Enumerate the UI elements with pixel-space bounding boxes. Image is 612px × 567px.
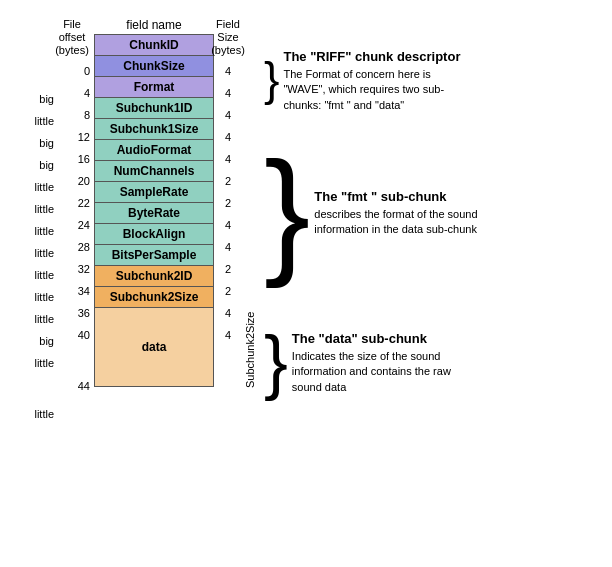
endian-label: little [34, 176, 54, 198]
brace-symbol: } [264, 310, 288, 412]
description-group: }The "data" sub-chunkIndicates the size … [264, 310, 504, 412]
endian-label: little [34, 198, 54, 220]
endian-label: little [34, 264, 54, 286]
size-label: 4 [214, 214, 242, 236]
field-box: BitsPerSample [94, 244, 214, 266]
endian-label: little [34, 374, 54, 454]
offset-label: 24 [78, 214, 90, 236]
field-box: NumChannels [94, 160, 214, 182]
size-header: Field Size(bytes) [211, 18, 245, 58]
size-label: 4 [214, 126, 242, 148]
offset-label: 8 [84, 104, 90, 126]
offset-label: 12 [78, 126, 90, 148]
field-box: Subchunk2ID [94, 265, 214, 287]
description-body: The Format of concern here is "WAVE", wh… [283, 67, 473, 113]
size-label: 4 [214, 302, 242, 324]
endian-label: big [39, 154, 54, 176]
field-header: field name [126, 18, 181, 32]
description-title: The "RIFF" chunk descriptor [283, 49, 473, 64]
field-box: BlockAlign [94, 223, 214, 245]
offset-label: 36 [78, 302, 90, 324]
size-label: 2 [214, 192, 242, 214]
field-box: Format [94, 76, 214, 98]
endian-label: little [34, 110, 54, 132]
description-text-block: The "RIFF" chunk descriptorThe Format of… [283, 45, 473, 113]
description-body: describes the format of the sound inform… [314, 207, 504, 238]
field-box: Subchunk2Size [94, 286, 214, 308]
endian-label: big [39, 132, 54, 154]
subchunk2size-area: Subchunk2Size [242, 18, 256, 412]
field-box: ChunkSize [94, 55, 214, 77]
field-box: ByteRate [94, 202, 214, 224]
size-column: Field Size(bytes)4444422442244 [214, 18, 242, 426]
endian-label: little [34, 308, 54, 330]
description-group: }The "fmt " sub-chunkdescribes the forma… [264, 112, 504, 310]
field-box: AudioFormat [94, 139, 214, 161]
endian-label: little [34, 220, 54, 242]
field-box: SampleRate [94, 181, 214, 203]
description-text-block: The "fmt " sub-chunkdescribes the format… [314, 185, 504, 238]
size-label [214, 346, 242, 426]
offset-label: 22 [78, 192, 90, 214]
endian-label: little [34, 242, 54, 264]
size-label: 2 [214, 170, 242, 192]
endian-label: little [34, 352, 54, 374]
size-label: 4 [214, 82, 242, 104]
field-box: data [94, 307, 214, 387]
offset-label: 0 [84, 60, 90, 82]
size-label: 2 [214, 258, 242, 280]
subchunk2size-rotated-label: Subchunk2Size [244, 288, 256, 412]
description-text-block: The "data" sub-chunkIndicates the size o… [292, 327, 482, 395]
description-title: The "data" sub-chunk [292, 331, 482, 346]
size-label: 4 [214, 148, 242, 170]
endian-label: big [39, 330, 54, 352]
size-label: 4 [214, 60, 242, 82]
size-label: 4 [214, 236, 242, 258]
brace-symbol: } [264, 46, 279, 112]
offset-column: File offset(bytes)0481216202224283234364… [58, 18, 94, 426]
offset-label: 28 [78, 236, 90, 258]
field-box: Subchunk1Size [94, 118, 214, 140]
endian-label: little [34, 286, 54, 308]
size-label: 4 [214, 104, 242, 126]
offset-label: 40 [78, 324, 90, 346]
description-column: }The "RIFF" chunk descriptorThe Format o… [264, 18, 504, 412]
field-box: Subchunk1ID [94, 97, 214, 119]
offset-label: 32 [78, 258, 90, 280]
field-column: field nameChunkIDChunkSizeFormatSubchunk… [94, 18, 214, 386]
description-title: The "fmt " sub-chunk [314, 189, 504, 204]
offset-label: 44 [78, 346, 90, 426]
size-label: 4 [214, 324, 242, 346]
offset-label: 20 [78, 170, 90, 192]
description-group: }The "RIFF" chunk descriptorThe Format o… [264, 46, 504, 112]
field-box: ChunkID [94, 34, 214, 56]
size-label: 2 [214, 280, 242, 302]
endian-column: biglittlebigbiglittlelittlelittlelittlel… [20, 60, 58, 454]
offset-label: 4 [84, 82, 90, 104]
brace-symbol: } [264, 112, 310, 310]
endian-label: big [39, 88, 54, 110]
offset-label: 34 [78, 280, 90, 302]
description-body: Indicates the size of the sound informat… [292, 349, 482, 395]
offset-label: 16 [78, 148, 90, 170]
